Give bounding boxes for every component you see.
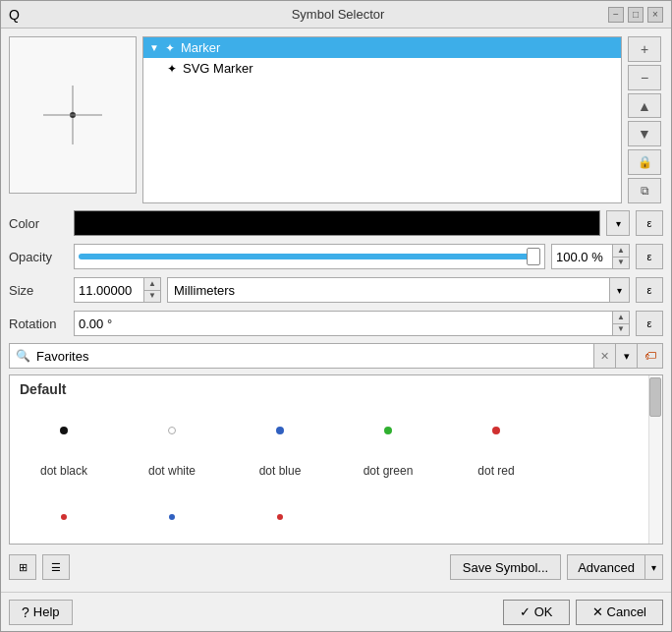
qgis-icon: Q: [9, 7, 20, 23]
size-label: Size: [9, 283, 68, 298]
search-icon: 🔍: [10, 349, 36, 363]
move-up-button[interactable]: ▲: [628, 93, 661, 119]
copy-button[interactable]: ⧉: [628, 178, 661, 203]
list-item[interactable]: dot black: [20, 401, 108, 478]
color-dropdown[interactable]: ▾: [606, 210, 630, 236]
rotation-input[interactable]: [75, 312, 612, 335]
dot-blue-name: dot blue: [259, 464, 302, 478]
marker-icon: ✦: [165, 41, 175, 55]
titlebar: Q Symbol Selector − □ ×: [1, 1, 671, 29]
rotation-label: Rotation: [9, 316, 68, 331]
search-dropdown-button[interactable]: ▾: [615, 344, 637, 368]
scrollbar-thumb[interactable]: [649, 377, 661, 417]
dot-green-preview: [349, 401, 427, 460]
list-item[interactable]: dot green: [344, 401, 432, 478]
list-item[interactable]: dot blue: [236, 401, 324, 478]
layer-buttons: + − ▲ ▼ 🔒 ⧉: [628, 36, 663, 203]
rotation-row: Rotation ▲ ▼ ε: [9, 310, 663, 337]
size-unit-arrow[interactable]: ▾: [609, 278, 629, 302]
rotation-up-arrow[interactable]: ▲: [613, 312, 629, 323]
size-input[interactable]: [75, 278, 143, 302]
lock-button[interactable]: 🔒: [628, 149, 661, 175]
bottom-bar: ⊞ ☰ Save Symbol... Advanced ▾: [9, 550, 663, 584]
close-button[interactable]: ×: [647, 7, 663, 23]
opacity-down-arrow[interactable]: ▼: [613, 257, 629, 269]
help-icon: ?: [22, 604, 29, 620]
search-tag-button[interactable]: 🏷: [637, 344, 662, 368]
size-down-arrow[interactable]: ▼: [144, 290, 160, 303]
maximize-button[interactable]: □: [628, 7, 644, 23]
opacity-value-box[interactable]: 100.0 % ▲ ▼: [551, 244, 630, 269]
item-preview-6: [25, 488, 103, 545]
search-input[interactable]: [36, 349, 593, 364]
advanced-dropdown-arrow[interactable]: ▾: [644, 555, 662, 579]
marker-label: Marker: [181, 40, 220, 55]
list-item[interactable]: [20, 488, 108, 545]
dot-blue-preview: [241, 401, 319, 460]
size-spinbox-arrows: ▲ ▼: [143, 278, 160, 302]
color-expression-button[interactable]: ε: [636, 210, 663, 236]
rotation-down-arrow[interactable]: ▼: [613, 323, 629, 336]
dot-red-preview: [457, 401, 535, 460]
size-expression-button[interactable]: ε: [636, 277, 663, 303]
rotation-expression-button[interactable]: ε: [636, 311, 663, 336]
size-spinbox[interactable]: ▲ ▼: [74, 277, 161, 303]
list-item[interactable]: dot white: [128, 401, 216, 478]
rotation-spinbox[interactable]: ▲ ▼: [74, 311, 630, 336]
color-row: Color ▾ ε: [9, 209, 663, 237]
search-clear-button[interactable]: ✕: [593, 344, 615, 368]
dialog-actions: ✓ OK ✕ Cancel: [503, 600, 663, 625]
item-preview-7: [133, 488, 211, 545]
list-item[interactable]: [236, 488, 324, 545]
color-button[interactable]: [74, 210, 600, 236]
remove-layer-button[interactable]: −: [628, 65, 661, 90]
minimize-button[interactable]: −: [608, 7, 624, 23]
symbol-area: ▼ ✦ Marker ✦ SVG Marker + − ▲ ▼ 🔒 ⧉: [9, 36, 663, 203]
list-item[interactable]: dot red: [452, 401, 540, 478]
opacity-spinbox-arrows: ▲ ▼: [612, 245, 629, 268]
window-title: Symbol Selector: [68, 7, 608, 22]
help-label: Help: [33, 604, 60, 619]
size-row: Size ▲ ▼ Millimeters ▾ ε: [9, 276, 663, 304]
help-button[interactable]: ? Help: [9, 600, 73, 625]
svg-marker-icon: ✦: [167, 62, 177, 76]
save-symbol-button[interactable]: Save Symbol...: [450, 554, 561, 580]
advanced-button[interactable]: Advanced: [568, 555, 644, 579]
symbol-preview: [9, 36, 137, 194]
size-unit-label: Millimeters: [168, 283, 609, 298]
dot-white-name: dot white: [148, 464, 196, 478]
ok-button[interactable]: ✓ OK: [503, 600, 570, 625]
layer-marker[interactable]: ▼ ✦ Marker: [143, 37, 621, 58]
grid-group-header: Default: [10, 375, 662, 401]
opacity-expression-button[interactable]: ε: [636, 244, 663, 269]
layer-svg-marker[interactable]: ✦ SVG Marker: [143, 58, 621, 79]
list-view-button[interactable]: ☰: [42, 554, 70, 580]
opacity-value: 100.0 %: [552, 250, 612, 264]
search-bar: 🔍 ✕ ▾ 🏷: [9, 343, 663, 369]
opacity-row: Opacity 100.0 % ▲ ▼ ε: [9, 243, 663, 270]
expand-arrow-icon: ▼: [149, 42, 159, 53]
dialog-bottom: ? Help ✓ OK ✕ Cancel: [1, 592, 671, 631]
symbol-grid-container: Default dot black dot white dot blue dot…: [9, 374, 663, 545]
crosshair-preview: [43, 86, 102, 144]
cancel-button[interactable]: ✕ Cancel: [576, 600, 663, 625]
advanced-label: Advanced: [578, 560, 635, 575]
list-item[interactable]: [344, 488, 432, 545]
list-item[interactable]: [128, 488, 216, 545]
cancel-x-icon: ✕: [592, 604, 603, 619]
add-layer-button[interactable]: +: [628, 36, 661, 62]
dot-black-name: dot black: [40, 464, 87, 478]
dot-red-name: dot red: [477, 464, 514, 478]
size-unit-combo[interactable]: Millimeters ▾: [167, 277, 630, 303]
size-up-arrow[interactable]: ▲: [144, 278, 160, 290]
window-controls: − □ ×: [608, 7, 663, 23]
ok-label: OK: [534, 604, 553, 619]
preview-dot: [70, 112, 76, 118]
move-down-button[interactable]: ▼: [628, 121, 661, 146]
grid-view-button[interactable]: ⊞: [9, 554, 36, 580]
opacity-up-arrow[interactable]: ▲: [613, 245, 629, 257]
svg-marker-label: SVG Marker: [183, 61, 253, 76]
symbol-grid: dot black dot white dot blue dot green d: [10, 401, 662, 478]
rotation-spinbox-arrows: ▲ ▼: [612, 312, 629, 335]
opacity-slider-container[interactable]: [74, 244, 545, 269]
